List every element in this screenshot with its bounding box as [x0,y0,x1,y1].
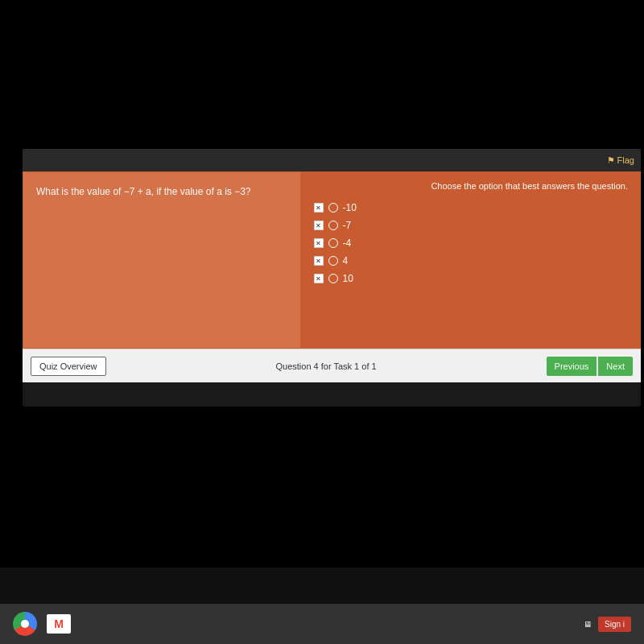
options-list: ✕ -10 ✕ -7 ✕ -4 ✕ 4 [314,202,628,284]
option-item-5[interactable]: ✕ 10 [314,273,628,284]
taskbar-icons: M [13,612,71,636]
dark-bottom-area [0,568,644,604]
question-text: What is the value of −7 + a, if the valu… [36,185,287,199]
checkbox-4[interactable]: ✕ [314,256,324,266]
option-item-3[interactable]: ✕ -4 [314,237,628,249]
footer-bar: Quiz Overview Question 4 for Task 1 of 1… [23,349,641,382]
quiz-area: What is the value of −7 + a, if the valu… [23,171,641,349]
gmail-icon[interactable]: M [47,614,71,634]
radio-5[interactable] [328,274,338,283]
sign-in-button[interactable]: Sign i [598,617,631,632]
flag-label: Flag [617,155,634,165]
option-label-2: -7 [343,220,352,231]
quiz-overview-button[interactable]: Quiz Overview [31,357,106,376]
instruction-text: Choose the option that best answers the … [314,181,628,191]
screen-icon: 🖥 [584,620,592,629]
checkbox-3[interactable]: ✕ [314,238,324,248]
option-label-3: -4 [343,237,352,249]
previous-button[interactable]: Previous [547,357,597,376]
checkbox-5[interactable]: ✕ [314,274,324,283]
nav-buttons: Previous Next [547,357,633,376]
radio-1[interactable] [328,203,338,213]
question-info: Question 4 for Task 1 of 1 [275,361,376,371]
chrome-icon[interactable] [13,612,37,636]
question-panel: What is the value of −7 + a, if the valu… [23,171,301,349]
radio-4[interactable] [328,256,338,266]
taskbar-right: 🖥 Sign i [584,617,631,632]
radio-2[interactable] [328,221,338,230]
quiz-screen: ⚑ Flag What is the value of −7 + a, if t… [23,149,641,407]
flag-icon: ⚑ [607,155,615,166]
radio-3[interactable] [328,238,338,248]
checkbox-1[interactable]: ✕ [314,203,324,213]
option-item-2[interactable]: ✕ -7 [314,220,628,231]
next-button[interactable]: Next [598,357,633,376]
flag-button[interactable]: ⚑ Flag [607,155,634,166]
answer-panel: Choose the option that best answers the … [301,171,641,349]
dark-top-area [0,0,644,149]
option-item-4[interactable]: ✕ 4 [314,255,628,266]
top-bar: ⚑ Flag [23,149,641,171]
option-label-1: -10 [343,202,357,213]
option-item-1[interactable]: ✕ -10 [314,202,628,213]
checkbox-2[interactable]: ✕ [314,221,324,230]
option-label-5: 10 [343,273,353,284]
option-label-4: 4 [343,255,349,266]
taskbar: M 🖥 Sign i [0,604,644,644]
